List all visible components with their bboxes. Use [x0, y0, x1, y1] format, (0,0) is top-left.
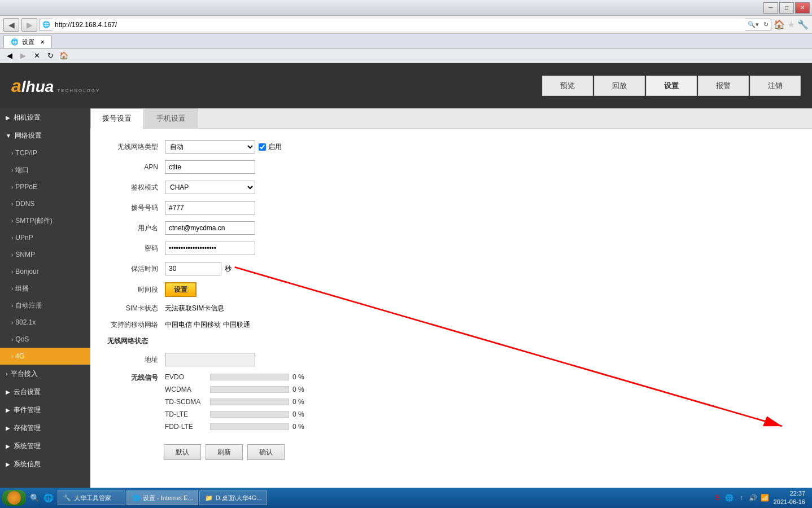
- wireless-type-select[interactable]: 自动 EVDO WCDMA TD-SCDMA TD-LTE FDD-LTE: [165, 140, 255, 154]
- sidebar-item-qos[interactable]: ›QoS: [0, 331, 90, 348]
- sidebar-group-storage[interactable]: ▶ 存储管理: [0, 419, 90, 437]
- enable-checkbox[interactable]: [259, 143, 266, 151]
- default-button[interactable]: 默认: [164, 444, 201, 460]
- tray-wifi-icon: 📶: [760, 493, 770, 503]
- signal-tdlte-pct: 0 %: [293, 410, 304, 418]
- password-input[interactable]: [165, 242, 255, 255]
- keepalive-input[interactable]: [165, 262, 221, 275]
- back-button[interactable]: ◀: [3, 18, 19, 32]
- sidebar-group-event[interactable]: ▶ 事件管理: [0, 401, 90, 419]
- apn-input[interactable]: [165, 160, 255, 174]
- tab-favicon: 🌐: [11, 38, 19, 46]
- sidebar-item-snmp[interactable]: ›SNMP: [0, 246, 90, 263]
- auth-mode-select[interactable]: CHAP PAP NONE: [165, 181, 255, 194]
- dahua-app-icon: 🔧: [63, 493, 72, 502]
- taskbar-item-folder[interactable]: 📁 D:桌面\大华4G...: [199, 491, 267, 505]
- close-button[interactable]: ✕: [795, 2, 810, 14]
- playback-nav-button[interactable]: 回放: [594, 76, 645, 96]
- refresh-button[interactable]: 刷新: [206, 444, 243, 460]
- signal-wcdma-row: WCDMA 0 %: [165, 386, 304, 393]
- alarm-nav-button[interactable]: 报警: [698, 76, 749, 96]
- refresh-icon[interactable]: ↻: [761, 21, 771, 28]
- taskbar-item-ie[interactable]: 🌐 设置 - Internet E...: [126, 491, 198, 505]
- favorites-star-icon[interactable]: ★: [787, 19, 795, 30]
- logo-subtitle: TECHNOLOGY: [57, 88, 100, 93]
- start-button[interactable]: [2, 490, 26, 506]
- sidebar-item-autoreg[interactable]: ›自动注册: [0, 297, 90, 314]
- home-icon[interactable]: 🏠: [774, 19, 785, 30]
- sidebar-item-4g[interactable]: ›4G: [0, 348, 90, 365]
- event-group-arrow: ▶: [6, 407, 10, 413]
- username-input[interactable]: [165, 221, 255, 235]
- maximize-button[interactable]: □: [779, 2, 794, 14]
- signal-evdo-row: EVDO 0 %: [165, 373, 304, 381]
- sidebar-group-network[interactable]: ▼ 网络设置: [0, 126, 90, 144]
- enable-label: 启用: [268, 142, 282, 152]
- quicklaunch-ie-icon[interactable]: 🌐: [42, 492, 54, 504]
- wireless-signal-section: 无线信号 EVDO 0 % WCDMA: [107, 373, 795, 435]
- sidebar-item-multicast[interactable]: ›组播: [0, 280, 90, 297]
- signal-wcdma-bar: [210, 386, 289, 393]
- button-row: 默认 刷新 确认: [164, 444, 795, 460]
- sidebar-item-smtp[interactable]: ›SMTP(邮件): [0, 212, 90, 229]
- browser-tab-settings[interactable]: 🌐 设置 ✕: [3, 36, 52, 48]
- sidebar-group-sysinfo[interactable]: ▶ 系统信息: [0, 455, 90, 473]
- toolbar-home-icon[interactable]: 🏠: [58, 50, 70, 62]
- tab-close-button[interactable]: ✕: [40, 39, 45, 45]
- sidebar-item-ddns[interactable]: ›DDNS: [0, 195, 90, 212]
- tab-phone-settings[interactable]: 手机设置: [145, 108, 198, 128]
- platform-group-arrow: ›: [6, 371, 7, 377]
- ie-app-icon: 🌐: [132, 493, 141, 502]
- sidebar-item-tcpip[interactable]: ›TCP/IP: [0, 144, 90, 161]
- sidebar-item-port[interactable]: ›端口: [0, 161, 90, 178]
- sidebar-group-platform[interactable]: › 平台接入: [0, 365, 90, 383]
- toolbar-forward-icon[interactable]: ▶: [17, 50, 29, 62]
- logout-nav-button[interactable]: 注销: [750, 76, 801, 96]
- signal-bars-container: EVDO 0 % WCDMA 0 %: [165, 373, 304, 435]
- time-period-settings-button[interactable]: 设置: [165, 282, 197, 297]
- network-group-arrow: ▼: [6, 133, 11, 139]
- taskbar-items: 🔧 大华工具管家 🌐 设置 - Internet E... 📁 D:桌面\大华4…: [58, 491, 713, 505]
- tray-arrow-up-icon: ↑: [736, 493, 746, 503]
- taskbar-item-dahua[interactable]: 🔧 大华工具管家: [58, 491, 125, 505]
- password-row: 密码: [107, 242, 795, 255]
- toolbar-stop-icon[interactable]: ✕: [30, 50, 43, 62]
- toolbar-back-icon[interactable]: ◀: [3, 50, 16, 62]
- logo: alhua TECHNOLOGY: [11, 76, 100, 97]
- header-nav: 预览 回放 设置 报警 注销: [542, 76, 801, 96]
- forward-button[interactable]: ▶: [21, 18, 37, 32]
- sidebar-item-bonjour[interactable]: ›Bonjour: [0, 263, 90, 280]
- settings-nav-button[interactable]: 设置: [646, 76, 697, 96]
- signal-section-header: 无线信号 EVDO 0 % WCDMA: [107, 373, 795, 435]
- sidebar-item-upnp[interactable]: ›UPnP: [0, 229, 90, 246]
- dial-number-input[interactable]: [165, 201, 255, 214]
- signal-fddlte-pct: 0 %: [293, 423, 304, 431]
- signal-tdlte-name: TD-LTE: [165, 410, 210, 418]
- confirm-button[interactable]: 确认: [247, 444, 285, 460]
- tab-dial-settings[interactable]: 拨号设置: [90, 108, 143, 129]
- preview-nav-button[interactable]: 预览: [542, 76, 593, 96]
- sidebar-group-ptz[interactable]: ▶ 云台设置: [0, 383, 90, 401]
- minimize-button[interactable]: ─: [763, 2, 778, 14]
- tools-icon[interactable]: 🔧: [797, 19, 809, 30]
- sidebar-item-pppoe[interactable]: ›PPPoE: [0, 178, 90, 195]
- quicklaunch-search-icon[interactable]: 🔍: [28, 492, 41, 504]
- sidebar-item-8021x[interactable]: ›802.1x: [0, 314, 90, 331]
- auth-mode-label: 鉴权模式: [107, 183, 158, 192]
- wireless-signal-label: 无线信号: [107, 373, 158, 435]
- start-icon: [7, 491, 21, 505]
- clock: 22:37 2021-06-16: [774, 489, 805, 507]
- storage-group-arrow: ▶: [6, 425, 10, 431]
- sysinfo-group-arrow: ▶: [6, 461, 10, 467]
- signal-wcdma-name: WCDMA: [165, 386, 210, 393]
- sidebar-group-system[interactable]: ▶ 系统管理: [0, 437, 90, 455]
- search-dropdown-icon[interactable]: 🔍▾: [745, 21, 761, 28]
- signal-tdlte-row: TD-LTE 0 %: [165, 410, 304, 418]
- toolbar-refresh-icon[interactable]: ↻: [44, 50, 56, 62]
- sim-status-row: SIM卡状态 无法获取SIM卡信息: [107, 304, 795, 313]
- signal-fddlte-bar: [210, 423, 289, 430]
- tray-network-icon: 🌐: [724, 493, 735, 503]
- address-input[interactable]: [53, 19, 745, 31]
- taskbar: 🔍 🌐 🔧 大华工具管家 🌐 设置 - Internet E... 📁 D:桌面…: [0, 488, 812, 508]
- sidebar-group-camera[interactable]: ▶ 相机设置: [0, 108, 90, 126]
